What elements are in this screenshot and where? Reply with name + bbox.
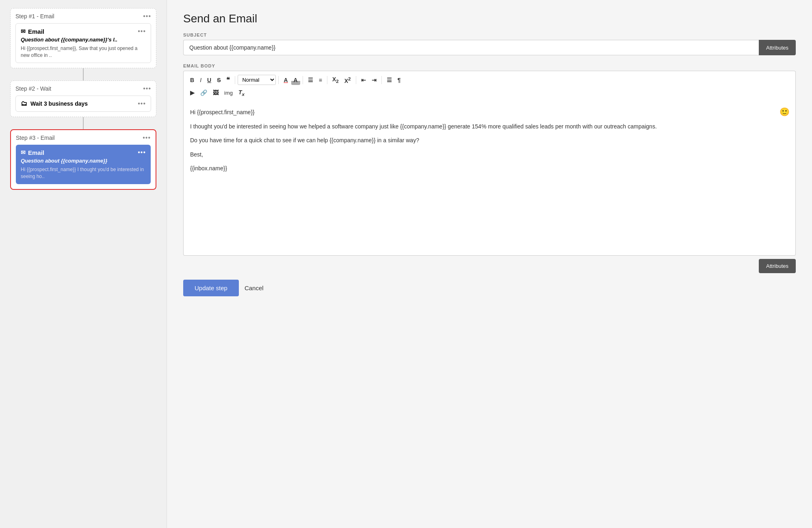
underline-button[interactable]: U	[205, 75, 214, 85]
toolbar-sep3	[303, 76, 303, 84]
text-bg-button[interactable]: A	[291, 75, 300, 85]
indent-right-button[interactable]: ⇥	[369, 75, 379, 85]
wait-card-left: 🗂 Wait 3 business days	[21, 100, 88, 107]
link-button[interactable]: 🔗	[198, 88, 210, 98]
envelope-icon-3: ✉	[21, 149, 26, 156]
right-panel: Send an Email SUBJECT Attributes EMAIL B…	[167, 0, 812, 528]
italic-button[interactable]: I	[197, 75, 204, 85]
left-panel: Step #1 - Email ••• ✉ Email ••• Question…	[0, 0, 167, 528]
wait-label: Wait 3 business days	[30, 100, 88, 107]
format-select[interactable]: Normal Heading 1 Heading 2	[238, 75, 276, 85]
indent-left-button[interactable]: ⇤	[359, 75, 368, 85]
unordered-list-button[interactable]: ≡	[316, 75, 325, 85]
bottom-attributes-button[interactable]: Attributes	[759, 259, 796, 273]
clear-format-button[interactable]: Tx	[236, 87, 247, 98]
step1-header: Step #1 - Email •••	[15, 13, 151, 20]
toolbar-sep2	[278, 76, 279, 84]
body-line-1: Hi {{prospect.first_name}}	[190, 108, 789, 117]
step3-title: Step #3 - Email	[16, 135, 55, 141]
step1-card-menu-button[interactable]: •••	[138, 28, 146, 35]
paragraph-button[interactable]: ¶	[395, 75, 403, 85]
step3-card-header: ✉ Email •••	[21, 149, 146, 156]
step3-header: Step #3 - Email •••	[16, 134, 151, 141]
toolbar-sep5	[356, 76, 356, 84]
step3-subject: Question about {{company.name}}	[21, 158, 146, 165]
step2-wait-card[interactable]: 🗂 Wait 3 business days •••	[15, 96, 151, 112]
align-button[interactable]: ☰	[384, 75, 394, 85]
text-color-button[interactable]: A	[281, 75, 290, 85]
step3-card-menu-button[interactable]: •••	[138, 149, 146, 156]
email-body-area[interactable]: 🙂 Hi {{prospect.first_name}} I thought y…	[183, 101, 796, 256]
bottom-actions: Update step Cancel	[183, 280, 796, 296]
step1-card-title: ✉ Email	[21, 28, 44, 35]
step2-box: Step #2 - Wait ••• 🗂 Wait 3 business day…	[10, 80, 156, 117]
step2-header: Step #2 - Wait •••	[15, 85, 151, 92]
panel-title: Send an Email	[183, 12, 796, 25]
toolbar-sep1	[235, 76, 235, 84]
step3-box: Step #3 - Email ••• ✉ Email ••• Question…	[10, 129, 156, 189]
superscript-button[interactable]: X2	[342, 74, 353, 86]
connector2	[83, 117, 84, 129]
image-button[interactable]: 🖼	[210, 88, 221, 98]
step3-preview: Hi {{prospect.first_name}} I thought you…	[21, 166, 146, 180]
subject-label: SUBJECT	[183, 33, 796, 37]
connector1	[83, 68, 84, 80]
step1-container: Step #1 - Email ••• ✉ Email ••• Question…	[10, 8, 156, 80]
img-text-button[interactable]: img	[222, 88, 235, 98]
wait-icon: 🗂	[21, 100, 27, 107]
emoji-button[interactable]: 🙂	[780, 107, 790, 117]
step2-title: Step #2 - Wait	[15, 85, 51, 92]
body-line-5: {{inbox.name}}	[190, 164, 789, 173]
wait-menu-button[interactable]: •••	[138, 100, 146, 107]
cancel-button[interactable]: Cancel	[245, 285, 264, 291]
step2-menu-button[interactable]: •••	[143, 85, 151, 92]
body-line-3: Do you have time for a quick chat to see…	[190, 136, 789, 145]
step3-email-card[interactable]: ✉ Email ••• Question about {{company.nam…	[16, 145, 151, 184]
step1-card-title-text: Email	[28, 28, 44, 35]
step3-card-title: ✉ Email	[21, 149, 44, 156]
email-body-label: EMAIL BODY	[183, 63, 796, 68]
step1-email-card[interactable]: ✉ Email ••• Question about {{company.nam…	[15, 23, 151, 63]
update-step-button[interactable]: Update step	[183, 280, 239, 296]
toolbar-sep4	[327, 76, 327, 84]
step2-container: Step #2 - Wait ••• 🗂 Wait 3 business day…	[10, 80, 156, 129]
editor-toolbar: B I U S ❝ Normal Heading 1 Heading 2 A A…	[183, 71, 796, 101]
bold-button[interactable]: B	[188, 75, 197, 85]
body-line-2: I thought you'd be interested in seeing …	[190, 122, 789, 131]
toolbar-sep6	[381, 76, 382, 84]
step1-box: Step #1 - Email ••• ✉ Email ••• Question…	[10, 8, 156, 68]
step1-title: Step #1 - Email	[15, 13, 54, 20]
ordered-list-button[interactable]: ☰	[305, 75, 316, 85]
subscript-button[interactable]: X2	[330, 74, 341, 85]
step3-container: Step #3 - Email ••• ✉ Email ••• Question…	[10, 129, 156, 189]
bottom-attributes-row: Attributes	[183, 259, 796, 273]
step1-card-header: ✉ Email •••	[21, 28, 146, 35]
step3-card-title-text: Email	[28, 149, 44, 156]
step3-menu-button[interactable]: •••	[143, 134, 151, 141]
video-button[interactable]: ▶	[188, 88, 197, 98]
body-line-4: Best,	[190, 150, 789, 159]
step1-menu-button[interactable]: •••	[143, 13, 151, 20]
envelope-icon: ✉	[21, 28, 26, 35]
step1-preview: Hi {{prospect.first_name}}, Saw that you…	[21, 45, 146, 59]
quote-button[interactable]: ❝	[224, 74, 232, 85]
subject-input[interactable]	[183, 40, 759, 55]
subject-row: Attributes	[183, 40, 796, 55]
strikethrough-button[interactable]: S	[214, 75, 223, 85]
step1-subject: Question about {{company.name}}'s l..	[21, 37, 146, 43]
subject-attributes-button[interactable]: Attributes	[759, 40, 796, 55]
